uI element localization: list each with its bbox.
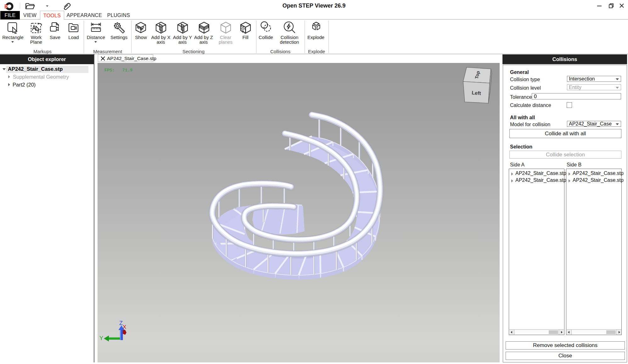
svg-text:X: X: [123, 324, 126, 330]
svg-text:Left: Left: [472, 90, 481, 96]
svg-text:Z: Z: [119, 320, 123, 326]
svg-text:Y: Y: [99, 335, 103, 341]
